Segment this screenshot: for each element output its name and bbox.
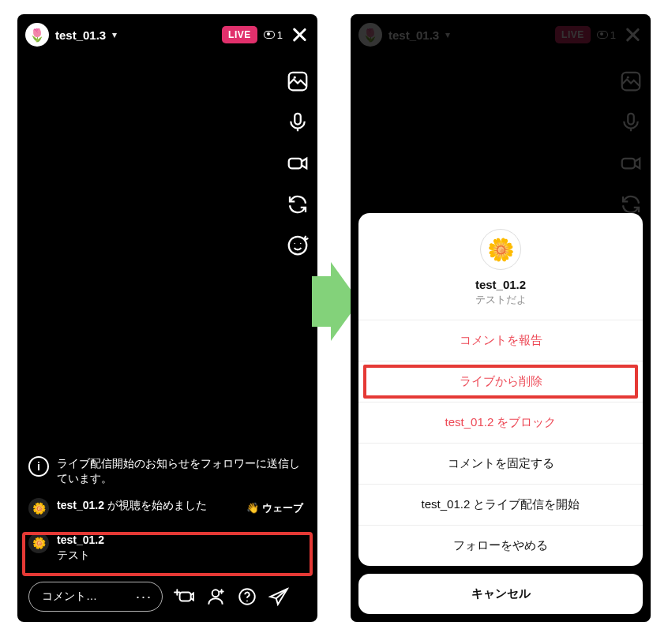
add-guest-icon[interactable] <box>174 586 194 607</box>
gallery-icon[interactable] <box>286 69 310 93</box>
info-icon: i <box>28 456 49 477</box>
broadcaster-avatar[interactable] <box>25 23 49 47</box>
close-icon[interactable] <box>289 24 310 45</box>
live-header: test_01.3 ▾ LIVE 1 <box>17 14 317 55</box>
action-sheet-option[interactable]: test_01.2 をブロック <box>358 402 643 443</box>
highlight-box <box>363 365 638 399</box>
target-username: test_01.2 <box>366 278 635 291</box>
action-sheet-screen: test_01.3 ▾ LIVE 1 <box>351 14 651 622</box>
svg-rect-2 <box>295 114 301 125</box>
live-feed: i ライブ配信開始のお知らせをフォロワーに送信しています。 test_01.2 … <box>17 456 317 571</box>
viewer-joined-text: test_01.2 が視聴を始めました <box>57 498 235 514</box>
action-sheet-header: test_01.2 テストだよ <box>358 213 643 320</box>
action-sheet-option[interactable]: test_01.2 とライブ配信を開始 <box>358 484 643 525</box>
broadcaster-username[interactable]: test_01.3 <box>55 28 106 42</box>
svg-point-6 <box>300 243 302 245</box>
broadcast-notice-text: ライブ配信開始のお知らせをフォロワーに送信しています。 <box>57 456 306 487</box>
wave-hand-icon: 👋 <box>246 502 259 514</box>
viewer-avatar <box>28 498 49 519</box>
question-icon[interactable] <box>237 586 257 607</box>
action-sheet: test_01.2 テストだよ コメントを報告ライブから削除test_01.2 … <box>358 213 643 614</box>
video-camera-icon[interactable] <box>286 152 310 175</box>
action-sheet-main: test_01.2 テストだよ コメントを報告ライブから削除test_01.2 … <box>358 213 643 566</box>
live-broadcast-screen: test_01.3 ▾ LIVE 1 <box>17 14 317 622</box>
target-user-subtitle: テストだよ <box>366 293 635 307</box>
action-sheet-option[interactable]: コメントを固定する <box>358 443 643 484</box>
target-user-avatar <box>480 229 521 270</box>
action-sheet-option[interactable]: ライブから削除 <box>358 361 643 402</box>
live-tools-column <box>286 69 310 257</box>
comment-input[interactable]: コメント… ··· <box>28 582 163 612</box>
svg-point-5 <box>295 243 296 245</box>
viewer-joined-row[interactable]: test_01.2 が視聴を始めました 👋 ウェーブ <box>28 498 306 519</box>
viewer-count-value: 1 <box>277 29 283 41</box>
viewer-count[interactable]: 1 <box>264 29 283 41</box>
svg-rect-7 <box>180 593 191 601</box>
share-icon[interactable] <box>268 586 289 607</box>
invite-user-icon[interactable] <box>205 586 226 607</box>
wave-label: ウェーブ <box>262 501 303 515</box>
action-sheet-cancel[interactable]: キャンセル <box>358 574 643 614</box>
flip-camera-icon[interactable] <box>286 193 310 216</box>
wave-button[interactable]: 👋 ウェーブ <box>243 498 306 519</box>
commenter-avatar <box>28 533 49 553</box>
microphone-icon[interactable] <box>286 110 310 134</box>
broadcast-notice: i ライブ配信開始のお知らせをフォロワーに送信しています。 <box>28 456 306 487</box>
svg-rect-3 <box>289 159 302 169</box>
live-badge: LIVE <box>222 26 257 43</box>
live-bottom-bar: コメント… ··· <box>17 576 317 622</box>
more-options-icon[interactable]: ··· <box>136 589 152 605</box>
comment-row[interactable]: test_01.2 テスト <box>28 530 306 567</box>
eye-icon <box>264 31 275 39</box>
face-effects-icon[interactable] <box>286 234 310 257</box>
svg-point-8 <box>212 590 220 597</box>
svg-point-4 <box>289 237 307 255</box>
chevron-down-icon[interactable]: ▾ <box>112 29 117 40</box>
action-sheet-option[interactable]: コメントを報告 <box>358 320 643 361</box>
svg-point-1 <box>294 76 296 78</box>
comment-body: test_01.2 テスト <box>57 533 306 564</box>
comment-placeholder: コメント… <box>42 590 97 604</box>
action-sheet-option[interactable]: フォローをやめる <box>358 525 643 566</box>
svg-point-10 <box>246 601 248 602</box>
